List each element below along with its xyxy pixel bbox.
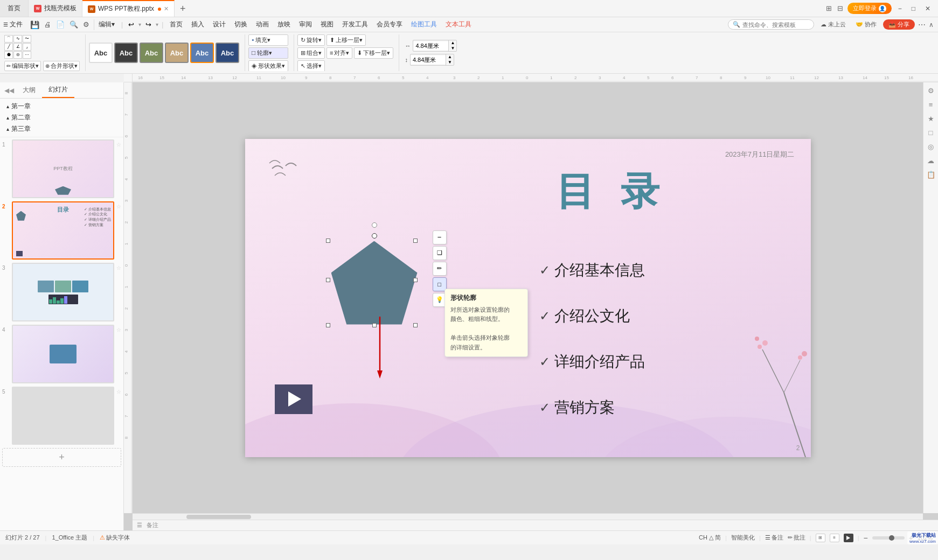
width-input[interactable] <box>413 41 448 50</box>
tab-add-btn[interactable]: + <box>175 1 191 17</box>
settings-icon[interactable]: ⚙ <box>81 19 92 30</box>
play-button[interactable] <box>275 384 312 414</box>
width-down[interactable]: ▼ <box>449 46 456 51</box>
curve-tool-1[interactable]: ⌒ <box>4 35 13 43</box>
zoom-out[interactable]: − <box>863 534 867 542</box>
zoom-slider[interactable] <box>872 536 905 540</box>
notes-bar[interactable]: ☰ 备注 <box>133 520 938 530</box>
redo-btn[interactable]: ↪ <box>142 19 155 30</box>
style-btn-white[interactable]: Abc <box>89 43 113 63</box>
menu-animation[interactable]: 动画 <box>252 18 273 31</box>
chapter-2[interactable]: ▴ 第二章 <box>0 112 123 123</box>
add-slide-btn[interactable]: + <box>2 448 121 467</box>
undo-btn[interactable]: ↩ <box>125 19 137 30</box>
slide-viewport[interactable]: 2023年7月11日星期二 目 录 ✓ 介绍基本信息 ✓ 介绍公文化 <box>245 139 811 457</box>
view-normal[interactable]: ⊞ <box>816 534 825 542</box>
tab-pptx-close[interactable]: ✕ <box>164 5 169 12</box>
curve-tool-5[interactable]: ∠ <box>13 43 22 51</box>
handle-ml[interactable] <box>326 278 330 282</box>
style-btn-blue[interactable]: Abc <box>190 43 214 63</box>
handle-tl[interactable] <box>326 239 330 243</box>
handle-mr[interactable] <box>413 278 418 282</box>
slide-item-1-text[interactable]: ✓ 介绍基本信息 <box>539 260 645 281</box>
fill-dropdown-btn[interactable]: ▪ 填充▾ <box>248 34 288 46</box>
curve-tool-6[interactable]: ⌟ <box>23 43 31 51</box>
effect-dropdown-btn[interactable]: ◈ 形状效果▾ <box>248 60 288 72</box>
height-down[interactable]: ▼ <box>446 60 454 65</box>
menu-view[interactable]: 视图 <box>316 18 338 31</box>
status-lang[interactable]: CH △ 简 <box>699 534 721 542</box>
style-btn-darkblue[interactable]: Abc <box>216 43 239 63</box>
move-up-btn[interactable]: ⬆上移一层▾ <box>326 34 366 46</box>
style-btn-tan[interactable]: Abc <box>165 43 189 63</box>
style-btn-dark[interactable]: Abc <box>114 43 138 63</box>
mini-btn-pen[interactable]: ✏ <box>433 262 447 276</box>
close-btn[interactable]: ✕ <box>922 4 934 13</box>
curve-tool-7[interactable]: ⬟ <box>4 51 13 59</box>
save-icon[interactable]: 💾 <box>28 19 41 30</box>
rotate-btn[interactable]: ↻旋转▾ <box>297 34 325 46</box>
mini-btn-layers[interactable]: ❑ <box>433 246 447 260</box>
search-input[interactable] <box>742 22 807 28</box>
login-btn[interactable]: 立即登录 👤 <box>847 3 892 14</box>
menu-transition[interactable]: 切换 <box>230 18 252 31</box>
chapter-3[interactable]: ▴ 第三章 <box>0 123 123 135</box>
menu-edit[interactable]: 编辑▾ <box>94 18 119 31</box>
maximize-btn[interactable]: □ <box>908 4 919 13</box>
minimize-btn[interactable]: − <box>895 4 905 13</box>
handle-top[interactable] <box>372 233 377 239</box>
merge-shape-btn[interactable]: ⊕ 合并形状▾ <box>43 61 80 71</box>
contour-dropdown-btn[interactable]: □ 轮廓▾ <box>248 47 288 59</box>
view-outline[interactable]: ≡ <box>830 534 839 542</box>
height-input[interactable] <box>411 55 446 64</box>
layout-icon[interactable]: ⊟ <box>836 3 844 13</box>
edit-shape-btn[interactable]: ✏ 编辑形状▾ <box>4 61 41 71</box>
right-icon-7[interactable]: 📋 <box>925 169 937 180</box>
sidebar-tab-slides[interactable]: 幻灯片 <box>42 82 74 98</box>
menu-insert[interactable]: 插入 <box>187 18 209 31</box>
print-icon[interactable]: 🖨 <box>42 19 53 30</box>
menu-text[interactable]: 文本工具 <box>441 18 476 31</box>
curve-tool-8[interactable]: ⊝ <box>13 51 22 59</box>
status-font-missing[interactable]: ⚠ 缺失字体 <box>100 534 130 542</box>
select-btn[interactable]: ↖选择▾ <box>297 60 325 72</box>
share-btn[interactable]: 📤分享 <box>883 19 915 30</box>
menu-review[interactable]: 审阅 <box>295 18 316 31</box>
right-icon-4[interactable]: □ <box>925 127 937 138</box>
height-up[interactable]: ▲ <box>446 54 454 60</box>
slide-item-5[interactable]: 5 ☆ <box>2 387 121 445</box>
slide-item-3-text[interactable]: ✓ 详细介绍产品 <box>539 352 645 372</box>
search-doc-icon[interactable]: 🔍 <box>67 19 80 30</box>
grid-view-icon[interactable]: ⊞ <box>825 3 833 13</box>
width-up[interactable]: ▲ <box>449 40 456 46</box>
align-btn[interactable]: ≡对齐▾ <box>326 47 352 59</box>
tab-template[interactable]: W 找瓶壳模板 <box>29 0 82 17</box>
doc-icon[interactable]: 📄 <box>54 19 67 30</box>
menu-file[interactable]: ☰ 文件 <box>0 18 26 31</box>
mini-btn-outline[interactable]: □ <box>433 277 447 291</box>
slide-item-2[interactable]: 2 目录 ✓ 介绍基本信息 ✓ 介绍公文化 ✓ 详细介绍产品 ✓ 营销方案 <box>2 201 121 260</box>
menu-slideshow[interactable]: 放映 <box>273 18 295 31</box>
curve-tool-4[interactable]: ╱ <box>4 43 13 51</box>
curve-tool-2[interactable]: ∿ <box>13 35 22 43</box>
handle-tr[interactable] <box>413 239 418 243</box>
sidebar-tab-outline[interactable]: 大纲 <box>16 83 42 97</box>
handle-bl[interactable] <box>326 323 330 327</box>
curve-tool-9[interactable]: ⋯ <box>23 51 31 59</box>
right-icon-1[interactable]: ⚙ <box>925 85 937 96</box>
group-btn[interactable]: ⊞组合▾ <box>297 47 325 59</box>
more-btn[interactable]: ⋯ <box>918 20 926 29</box>
slide-item-2-text[interactable]: ✓ 介绍公文化 <box>539 306 630 326</box>
undo-dropdown[interactable]: ▾ <box>137 20 142 29</box>
menu-vip[interactable]: 会员专享 <box>372 18 407 31</box>
slide-item-4-text[interactable]: ✓ 营销方案 <box>539 397 615 418</box>
menu-dev[interactable]: 开发工具 <box>338 18 372 31</box>
status-beautify[interactable]: 智能美化 <box>731 534 755 542</box>
move-down-btn[interactable]: ⬇下移一层▾ <box>354 47 393 59</box>
collab-btn[interactable]: 🤝 协作 <box>852 19 880 30</box>
slide-item-1[interactable]: 1 PPT教程 ☆ <box>2 139 121 198</box>
menu-design[interactable]: 设计 <box>209 18 230 31</box>
slide-item-3[interactable]: 3 <box>2 263 121 321</box>
slide-item-4[interactable]: 4 ☆ <box>2 325 121 383</box>
search-area[interactable]: 🔍 <box>728 19 814 30</box>
